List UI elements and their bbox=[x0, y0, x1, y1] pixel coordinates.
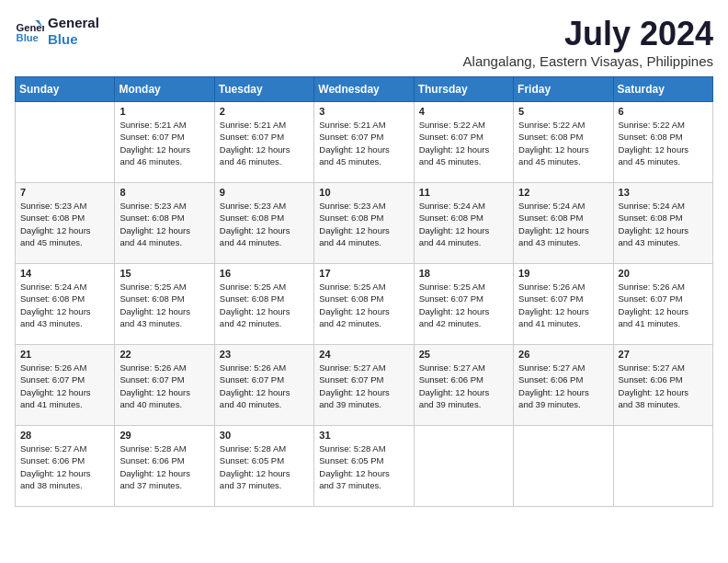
calendar-cell: 5Sunrise: 5:22 AMSunset: 6:08 PMDaylight… bbox=[514, 102, 613, 183]
day-number: 5 bbox=[518, 106, 608, 117]
calendar-cell: 8Sunrise: 5:23 AMSunset: 6:08 PMDaylight… bbox=[115, 183, 214, 264]
day-number: 16 bbox=[220, 268, 309, 279]
calendar-table: SundayMondayTuesdayWednesdayThursdayFrid… bbox=[15, 76, 713, 507]
calendar-cell: 7Sunrise: 5:23 AMSunset: 6:08 PMDaylight… bbox=[16, 183, 115, 264]
day-info: Sunrise: 5:27 AMSunset: 6:06 PMDaylight:… bbox=[20, 442, 109, 491]
svg-text:Blue: Blue bbox=[17, 32, 39, 43]
day-info: Sunrise: 5:22 AMSunset: 6:07 PMDaylight:… bbox=[419, 119, 508, 167]
day-number: 13 bbox=[619, 187, 708, 198]
day-number: 12 bbox=[518, 187, 608, 198]
day-number: 6 bbox=[619, 106, 708, 117]
calendar-cell: 30Sunrise: 5:28 AMSunset: 6:05 PMDayligh… bbox=[214, 426, 313, 507]
calendar-cell: 24Sunrise: 5:27 AMSunset: 6:07 PMDayligh… bbox=[314, 345, 414, 426]
week-row-5: 28Sunrise: 5:27 AMSunset: 6:06 PMDayligh… bbox=[16, 426, 713, 507]
day-number: 3 bbox=[319, 106, 408, 117]
calendar-cell: 18Sunrise: 5:25 AMSunset: 6:07 PMDayligh… bbox=[414, 264, 513, 345]
day-info: Sunrise: 5:23 AMSunset: 6:08 PMDaylight:… bbox=[119, 200, 209, 248]
calendar-cell: 17Sunrise: 5:25 AMSunset: 6:08 PMDayligh… bbox=[314, 264, 414, 345]
calendar-cell bbox=[613, 426, 712, 507]
calendar-cell: 4Sunrise: 5:22 AMSunset: 6:07 PMDaylight… bbox=[414, 102, 513, 183]
calendar-cell: 22Sunrise: 5:26 AMSunset: 6:07 PMDayligh… bbox=[115, 345, 214, 426]
calendar-cell: 19Sunrise: 5:26 AMSunset: 6:07 PMDayligh… bbox=[514, 264, 613, 345]
day-info: Sunrise: 5:27 AMSunset: 6:06 PMDaylight:… bbox=[518, 362, 608, 410]
day-info: Sunrise: 5:27 AMSunset: 6:07 PMDaylight:… bbox=[319, 362, 408, 410]
day-info: Sunrise: 5:25 AMSunset: 6:07 PMDaylight:… bbox=[419, 281, 508, 329]
day-info: Sunrise: 5:22 AMSunset: 6:08 PMDaylight:… bbox=[619, 119, 708, 167]
calendar-cell bbox=[414, 426, 513, 507]
weekday-header-sunday: Sunday bbox=[16, 77, 115, 102]
week-row-3: 14Sunrise: 5:24 AMSunset: 6:08 PMDayligh… bbox=[16, 264, 713, 345]
calendar-cell bbox=[16, 102, 115, 183]
calendar-cell: 21Sunrise: 5:26 AMSunset: 6:07 PMDayligh… bbox=[16, 345, 115, 426]
calendar-cell: 3Sunrise: 5:21 AMSunset: 6:07 PMDaylight… bbox=[314, 102, 414, 183]
day-number: 26 bbox=[518, 349, 608, 360]
logo-general: General bbox=[48, 15, 99, 31]
calendar-cell: 23Sunrise: 5:26 AMSunset: 6:07 PMDayligh… bbox=[214, 345, 313, 426]
calendar-cell: 14Sunrise: 5:24 AMSunset: 6:08 PMDayligh… bbox=[16, 264, 115, 345]
calendar-cell: 26Sunrise: 5:27 AMSunset: 6:06 PMDayligh… bbox=[514, 345, 613, 426]
calendar-cell: 15Sunrise: 5:25 AMSunset: 6:08 PMDayligh… bbox=[115, 264, 214, 345]
day-info: Sunrise: 5:23 AMSunset: 6:08 PMDaylight:… bbox=[20, 200, 109, 248]
week-row-1: 1Sunrise: 5:21 AMSunset: 6:07 PMDaylight… bbox=[16, 102, 713, 183]
day-info: Sunrise: 5:26 AMSunset: 6:07 PMDaylight:… bbox=[518, 281, 608, 329]
calendar-cell: 6Sunrise: 5:22 AMSunset: 6:08 PMDaylight… bbox=[613, 102, 712, 183]
week-row-4: 21Sunrise: 5:26 AMSunset: 6:07 PMDayligh… bbox=[16, 345, 713, 426]
day-info: Sunrise: 5:25 AMSunset: 6:08 PMDaylight:… bbox=[220, 281, 309, 329]
weekday-header-thursday: Thursday bbox=[414, 77, 513, 102]
calendar-cell: 13Sunrise: 5:24 AMSunset: 6:08 PMDayligh… bbox=[613, 183, 712, 264]
calendar-cell: 20Sunrise: 5:26 AMSunset: 6:07 PMDayligh… bbox=[613, 264, 712, 345]
calendar-cell: 31Sunrise: 5:28 AMSunset: 6:05 PMDayligh… bbox=[314, 426, 414, 507]
day-number: 31 bbox=[319, 430, 408, 441]
day-info: Sunrise: 5:24 AMSunset: 6:08 PMDaylight:… bbox=[20, 281, 109, 329]
day-number: 28 bbox=[20, 430, 109, 441]
day-number: 14 bbox=[20, 268, 109, 279]
day-info: Sunrise: 5:26 AMSunset: 6:07 PMDaylight:… bbox=[220, 362, 309, 410]
day-number: 21 bbox=[20, 349, 109, 360]
day-number: 9 bbox=[220, 187, 309, 198]
weekday-header-row: SundayMondayTuesdayWednesdayThursdayFrid… bbox=[16, 77, 713, 102]
day-info: Sunrise: 5:25 AMSunset: 6:08 PMDaylight:… bbox=[119, 281, 209, 329]
month-title: July 2024 bbox=[463, 15, 713, 53]
day-number: 20 bbox=[619, 268, 708, 279]
day-info: Sunrise: 5:26 AMSunset: 6:07 PMDaylight:… bbox=[119, 362, 209, 410]
day-info: Sunrise: 5:22 AMSunset: 6:08 PMDaylight:… bbox=[518, 119, 608, 167]
day-number: 19 bbox=[518, 268, 608, 279]
day-number: 25 bbox=[419, 349, 508, 360]
day-number: 8 bbox=[119, 187, 209, 198]
day-number: 18 bbox=[419, 268, 508, 279]
day-info: Sunrise: 5:25 AMSunset: 6:08 PMDaylight:… bbox=[319, 281, 408, 329]
day-info: Sunrise: 5:21 AMSunset: 6:07 PMDaylight:… bbox=[119, 119, 209, 167]
day-number: 17 bbox=[319, 268, 408, 279]
day-info: Sunrise: 5:23 AMSunset: 6:08 PMDaylight:… bbox=[319, 200, 408, 248]
calendar-cell: 2Sunrise: 5:21 AMSunset: 6:07 PMDaylight… bbox=[214, 102, 313, 183]
day-number: 10 bbox=[319, 187, 408, 198]
day-number: 29 bbox=[119, 430, 209, 441]
calendar-cell bbox=[514, 426, 613, 507]
calendar-cell: 25Sunrise: 5:27 AMSunset: 6:06 PMDayligh… bbox=[414, 345, 513, 426]
day-info: Sunrise: 5:27 AMSunset: 6:06 PMDaylight:… bbox=[619, 362, 708, 410]
day-number: 4 bbox=[419, 106, 508, 117]
day-info: Sunrise: 5:28 AMSunset: 6:05 PMDaylight:… bbox=[319, 442, 408, 491]
day-number: 23 bbox=[220, 349, 309, 360]
day-number: 30 bbox=[220, 430, 309, 441]
calendar-cell: 11Sunrise: 5:24 AMSunset: 6:08 PMDayligh… bbox=[414, 183, 513, 264]
day-number: 11 bbox=[419, 187, 508, 198]
logo: General Blue General Blue bbox=[15, 15, 99, 48]
day-info: Sunrise: 5:28 AMSunset: 6:05 PMDaylight:… bbox=[220, 442, 309, 491]
calendar-cell: 27Sunrise: 5:27 AMSunset: 6:06 PMDayligh… bbox=[613, 345, 712, 426]
weekday-header-monday: Monday bbox=[115, 77, 214, 102]
week-row-2: 7Sunrise: 5:23 AMSunset: 6:08 PMDaylight… bbox=[16, 183, 713, 264]
weekday-header-tuesday: Tuesday bbox=[214, 77, 313, 102]
calendar-cell: 12Sunrise: 5:24 AMSunset: 6:08 PMDayligh… bbox=[514, 183, 613, 264]
day-info: Sunrise: 5:21 AMSunset: 6:07 PMDaylight:… bbox=[319, 119, 408, 167]
location-title: Alangalang, Eastern Visayas, Philippines bbox=[463, 53, 713, 69]
day-info: Sunrise: 5:28 AMSunset: 6:06 PMDaylight:… bbox=[119, 442, 209, 491]
header: General Blue General Blue July 2024 Alan… bbox=[15, 15, 713, 69]
day-info: Sunrise: 5:27 AMSunset: 6:06 PMDaylight:… bbox=[419, 362, 508, 410]
day-info: Sunrise: 5:23 AMSunset: 6:08 PMDaylight:… bbox=[220, 200, 309, 248]
calendar-cell: 1Sunrise: 5:21 AMSunset: 6:07 PMDaylight… bbox=[115, 102, 214, 183]
day-number: 27 bbox=[619, 349, 708, 360]
title-section: July 2024 Alangalang, Eastern Visayas, P… bbox=[463, 15, 713, 69]
day-number: 24 bbox=[319, 349, 408, 360]
day-number: 1 bbox=[119, 106, 209, 117]
